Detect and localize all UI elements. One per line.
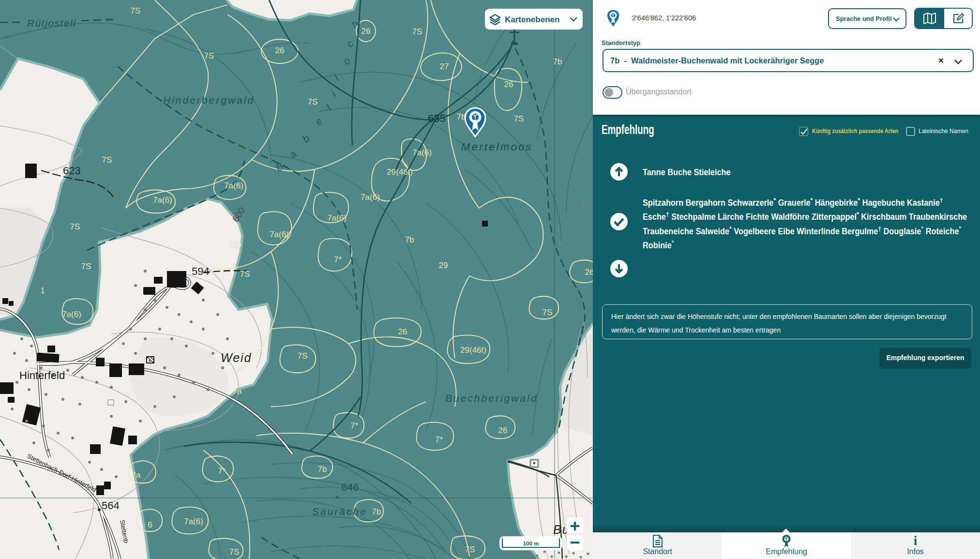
svg-text:7S: 7S [81, 262, 91, 271]
svg-text:7*: 7* [350, 421, 358, 430]
svg-text:26: 26 [498, 426, 508, 435]
svg-text:7a(6): 7a(6) [184, 517, 203, 526]
svg-text:26: 26 [275, 46, 285, 55]
svg-text:7a(6): 7a(6) [270, 230, 289, 239]
svg-text:635: 635 [428, 112, 446, 124]
svg-text:7b: 7b [405, 235, 414, 244]
svg-text:7a(6): 7a(6) [361, 193, 380, 202]
svg-text:100 m: 100 m [523, 541, 539, 546]
svg-text:26: 26 [362, 27, 371, 36]
svg-text:623: 623 [63, 165, 81, 177]
svg-text:7S: 7S [102, 155, 112, 165]
svg-text:7S: 7S [308, 97, 318, 106]
svg-text:7b: 7b [553, 57, 562, 66]
svg-text:646: 646 [341, 481, 359, 493]
svg-text:26: 26 [585, 268, 593, 277]
svg-text:Säuräche: Säuräche [312, 506, 367, 517]
svg-text:7a: 7a [233, 387, 242, 396]
svg-text:7S: 7S [240, 270, 250, 279]
svg-text:×: × [335, 493, 339, 501]
svg-text:29(46t): 29(46t) [387, 167, 413, 177]
svg-text:1: 1 [40, 286, 45, 295]
svg-text:7S: 7S [543, 308, 553, 317]
svg-text:29(46t): 29(46t) [460, 346, 486, 355]
svg-text:26: 26 [398, 327, 407, 336]
svg-text:7S: 7S [465, 545, 475, 554]
svg-text:7S: 7S [204, 51, 214, 60]
svg-text:564: 564 [102, 499, 120, 512]
svg-text:7a(6): 7a(6) [412, 148, 432, 157]
svg-text:6: 6 [148, 520, 152, 529]
svg-text:Rütjosteli: Rütjosteli [27, 17, 76, 29]
svg-text:7S: 7S [412, 27, 422, 36]
svg-text:26: 26 [504, 80, 513, 89]
svg-text:7S: 7S [70, 222, 80, 231]
svg-text:7a(6): 7a(6) [224, 181, 243, 190]
svg-text:Hinderbergwald: Hinderbergwald [163, 94, 255, 106]
svg-text:7S: 7S [229, 547, 240, 557]
svg-text:7*: 7* [218, 467, 226, 476]
svg-text:7S: 7S [298, 351, 308, 361]
svg-text:Hinterfeld: Hinterfeld [19, 369, 65, 381]
svg-text:7S: 7S [131, 6, 141, 15]
svg-text:Weid: Weid [221, 351, 252, 364]
svg-text:27: 27 [440, 62, 449, 71]
svg-text:594: 594 [192, 265, 210, 277]
svg-text:7S: 7S [514, 114, 524, 123]
svg-text:Mertelmoos: Mertelmoos [461, 141, 533, 153]
svg-text:7a(6): 7a(6) [62, 310, 81, 319]
svg-text:7a: 7a [132, 470, 141, 480]
svg-text:7b: 7b [372, 507, 381, 516]
svg-text:7a(6): 7a(6) [327, 213, 347, 223]
svg-text:Kartenebenen: Kartenebenen [505, 15, 559, 24]
svg-text:7*: 7* [435, 435, 443, 444]
svg-text:7a(6): 7a(6) [153, 196, 172, 205]
svg-text:7b: 7b [318, 465, 327, 474]
svg-text:29: 29 [439, 261, 448, 270]
svg-text:Buechberigwald: Buechberigwald [445, 393, 538, 404]
svg-text:7*: 7* [334, 255, 342, 264]
